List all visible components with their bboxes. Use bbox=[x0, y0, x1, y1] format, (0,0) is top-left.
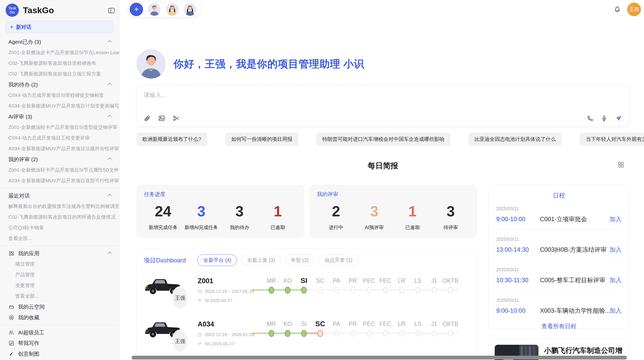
my-apps-header[interactable]: 我的应用 bbox=[0, 248, 119, 259]
member-avatar-2[interactable] bbox=[166, 3, 179, 16]
milestone-dot[interactable] bbox=[269, 287, 274, 294]
milestone-dot[interactable] bbox=[269, 330, 274, 337]
task-item[interactable]: A034-全新新能源MUV产品开发项目计划变更表编写 bbox=[0, 101, 119, 111]
sidebar-section-3-header[interactable]: 我的评审 (2) bbox=[0, 154, 119, 165]
stat-label: 新增AI完成任务 bbox=[182, 224, 220, 231]
milestone-dot[interactable] bbox=[432, 287, 436, 293]
task-item[interactable]: C02-飞腾新能源轻客改款项目里程碑画布 bbox=[0, 58, 119, 69]
task-item[interactable]: Z001-全新燃油轻卡产品开发项目SI造型提交物评审 bbox=[0, 122, 119, 133]
sidebar-item-badge[interactable]: 我的收藏 bbox=[0, 312, 119, 323]
scissors-icon[interactable] bbox=[173, 115, 180, 122]
task-item[interactable]: Z001-全新燃油轻卡产品开发项目SI节点属性5D文件评审 bbox=[0, 165, 119, 175]
sidebar-section-0-header[interactable]: Agent已办 (3) bbox=[0, 37, 119, 47]
milestone-dot[interactable] bbox=[334, 330, 339, 336]
task-item[interactable]: A034-全新新能源MUV产品开发项目造型可行性评审 bbox=[0, 175, 119, 186]
event-date: 2025/03/11 bbox=[496, 237, 622, 242]
image-upload-icon[interactable] bbox=[158, 115, 165, 122]
recent-chat-item[interactable]: 查看全部... bbox=[0, 233, 119, 244]
join-link[interactable]: 加入 bbox=[609, 246, 622, 254]
milestone-dot[interactable] bbox=[367, 287, 371, 293]
milestone-label: OKTB bbox=[442, 319, 459, 329]
recent-chat-item[interactable]: C02-飞腾新能源轻客改款项目的闭环通告反馈情况 bbox=[0, 212, 119, 222]
sidebar-tool-pen[interactable]: 创意制图 bbox=[0, 349, 119, 359]
task-item[interactable]: Z001-全新燃油皮卡产品开发项目SI节点Lesson Learn报告 bbox=[0, 47, 119, 58]
add-member-button[interactable]: + bbox=[130, 3, 143, 16]
chat-input[interactable] bbox=[144, 92, 622, 98]
milestone-dot[interactable] bbox=[317, 330, 323, 337]
filter-chip[interactable]: 年型 (2) bbox=[285, 254, 314, 266]
sidebar-section-1-header[interactable]: 我的待办 (2) bbox=[0, 79, 119, 90]
task-item[interactable]: C0X4-动力总成开发项目SI里程碑提交物检查 bbox=[0, 90, 119, 101]
milestone-dot[interactable] bbox=[285, 287, 290, 294]
milestone-dot[interactable] bbox=[367, 330, 371, 336]
recent-chats-header[interactable]: 最近对话 bbox=[0, 190, 119, 201]
milestone-dot[interactable] bbox=[432, 330, 436, 336]
suggestion-chip[interactable]: 比亚迪全固态电池计划具体说了什么 bbox=[468, 132, 562, 146]
join-link[interactable]: 加入 bbox=[609, 276, 622, 284]
milestone-dot[interactable] bbox=[399, 330, 404, 336]
filter-chip[interactable]: 动总开发 (1) bbox=[318, 254, 358, 266]
member-avatar-1[interactable] bbox=[148, 3, 161, 16]
member-avatar-3[interactable] bbox=[184, 3, 196, 16]
milestone-dot[interactable] bbox=[301, 330, 307, 337]
notification-bell-icon[interactable] bbox=[613, 6, 621, 13]
milestone-dot[interactable] bbox=[416, 330, 420, 336]
milestone-dot[interactable] bbox=[399, 287, 404, 293]
milestone-dot[interactable] bbox=[350, 287, 355, 293]
sidebar-section-2-header[interactable]: AI评审 (3) bbox=[0, 111, 119, 122]
milestone-dot[interactable] bbox=[383, 330, 388, 336]
milestone-dot[interactable] bbox=[416, 287, 420, 293]
microphone-icon[interactable] bbox=[601, 115, 608, 122]
filter-chip[interactable]: 全新上装 (3) bbox=[241, 254, 281, 266]
suggestion-chip[interactable]: 当下年轻人对汽车外观有怎样的喜好趋势 bbox=[580, 132, 644, 146]
view-all-schedule-link[interactable]: 查看所有日程 bbox=[496, 322, 622, 330]
milestone-dot-row bbox=[296, 329, 312, 337]
send-icon[interactable] bbox=[615, 115, 622, 122]
milestone-dot[interactable] bbox=[350, 330, 355, 336]
sidebar-item-cloud[interactable]: 我的云空间 bbox=[0, 302, 119, 312]
join-link[interactable]: 加入 bbox=[609, 215, 622, 223]
suggestion-chip[interactable]: 欧洲新规最近颁布了什么? bbox=[136, 132, 207, 146]
recent-chat-item[interactable]: 公司Q3轻卡销量 bbox=[0, 222, 119, 233]
milestone-dot[interactable] bbox=[334, 287, 339, 293]
new-chat-button[interactable]: + 新对话 bbox=[6, 21, 114, 33]
milestone-dot[interactable] bbox=[448, 330, 453, 336]
milestone-dot-row bbox=[442, 329, 459, 337]
attach-file-icon[interactable] bbox=[144, 115, 151, 122]
task-item[interactable]: C02-飞腾新能源轻客改款项目立项汇报方案 bbox=[0, 69, 119, 79]
stat-column: 3AI预评审 bbox=[355, 202, 393, 231]
milestone-dot[interactable] bbox=[383, 287, 388, 293]
dashboard-filters: 全新平台 (4)全新上装 (3)年型 (2)动总开发 (1) bbox=[197, 254, 358, 266]
logo-line2: Go bbox=[10, 10, 15, 14]
project-code[interactable]: A034 bbox=[198, 320, 263, 328]
suggestion-chip[interactable]: 如何写一份清晰的项目周报 bbox=[225, 132, 298, 146]
recent-chats-title: 最近对话 bbox=[8, 192, 107, 199]
recent-chat-item[interactable]: 解释最新出台的欧盟报废车法规再生塑料比例被调至15%... bbox=[0, 201, 119, 212]
sidebar-section-3-title: 我的评审 (2) bbox=[8, 156, 107, 163]
flag-icon bbox=[198, 298, 202, 303]
project-code[interactable]: Z001 bbox=[198, 277, 263, 285]
app-item[interactable]: 产品管理 bbox=[0, 269, 119, 280]
app-item[interactable]: 变更管理 bbox=[0, 280, 119, 291]
sidebar-collapse-icon[interactable] bbox=[108, 7, 115, 13]
user-avatar[interactable]: 王强 bbox=[627, 3, 641, 16]
milestone-dot[interactable] bbox=[448, 287, 453, 293]
event-divider bbox=[496, 260, 622, 261]
sidebar-tool-people[interactable]: AI超级员工 bbox=[0, 327, 119, 338]
app-item[interactable]: 项目管理 bbox=[0, 259, 119, 269]
milestone-date: SC-2025-05-17 bbox=[205, 341, 234, 347]
filter-chip[interactable]: 全新平台 (4) bbox=[197, 254, 237, 266]
voice-call-icon[interactable] bbox=[586, 115, 593, 122]
app-item[interactable]: 查看全部... bbox=[0, 291, 119, 302]
task-item[interactable]: C0X4-动力总成开发项目工程变更评审 bbox=[0, 133, 119, 143]
milestone-dot[interactable] bbox=[301, 287, 307, 294]
milestone-dot[interactable] bbox=[318, 287, 323, 293]
dashboard-header: 项目Dashboard 全新平台 (4)全新上装 (3)年型 (2)动总开发 (… bbox=[144, 254, 470, 266]
horizontal-scrollbar[interactable] bbox=[131, 356, 627, 359]
task-item[interactable]: A034-全新新能源MUV产品开发项目法规符合性评审 bbox=[0, 143, 119, 154]
sidebar-tool-write[interactable]: 帮我写作 bbox=[0, 338, 119, 349]
milestone-dot[interactable] bbox=[285, 330, 290, 337]
layout-grid-icon[interactable] bbox=[617, 161, 624, 168]
suggestion-chip[interactable]: 特朗普可能对进口汽车增税会对中国车企造成哪些影响 bbox=[316, 132, 450, 146]
join-link[interactable]: 加入 bbox=[609, 307, 622, 315]
